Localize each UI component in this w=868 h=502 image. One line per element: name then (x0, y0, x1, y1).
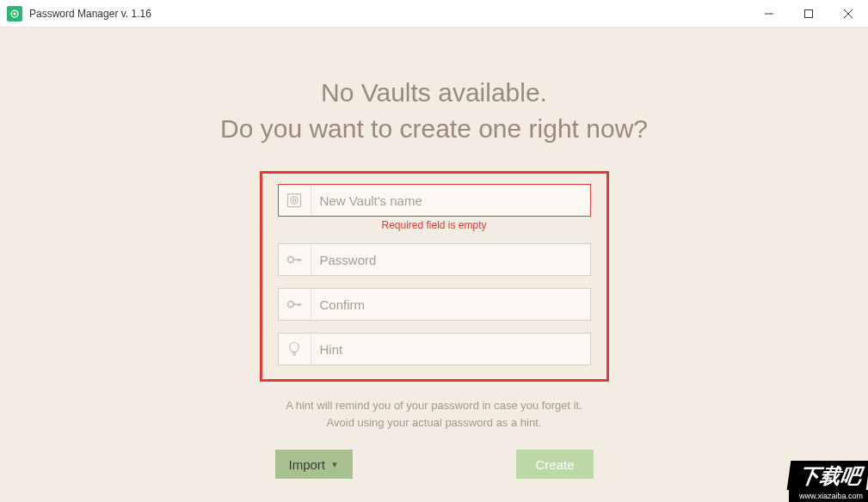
svg-rect-2 (805, 9, 813, 17)
key-icon (279, 244, 311, 275)
password-group (278, 243, 591, 276)
svg-rect-16 (292, 352, 297, 354)
window-controls (749, 0, 868, 27)
watermark-text: 下载吧 (787, 461, 868, 490)
hint-input[interactable] (311, 334, 590, 364)
button-row: Import ▼ Create (275, 450, 594, 479)
create-label: Create (535, 457, 574, 472)
hint-row (278, 333, 591, 365)
svg-rect-5 (288, 194, 301, 207)
key-icon (279, 289, 311, 320)
create-vault-form: Required field is empty (260, 171, 609, 382)
close-button[interactable] (828, 0, 868, 27)
svg-point-12 (288, 302, 294, 308)
svg-rect-17 (293, 354, 296, 356)
vault-name-input[interactable] (311, 185, 590, 216)
heading-line-2: Do you want to create one right now? (220, 111, 648, 147)
svg-point-8 (288, 257, 294, 263)
confirm-row (278, 288, 591, 321)
minimize-button[interactable] (749, 0, 789, 27)
svg-rect-10 (298, 259, 299, 261)
hint-help-line-1: A hint will remind you of your password … (286, 397, 582, 414)
hint-help-text: A hint will remind you of your password … (286, 397, 582, 431)
svg-rect-11 (300, 259, 302, 261)
main-content: No Vaults available. Do you want to crea… (0, 28, 868, 479)
vault-name-error: Required field is empty (278, 219, 591, 231)
vault-name-row (278, 184, 591, 217)
svg-rect-13 (293, 303, 300, 305)
lightbulb-icon (279, 334, 311, 364)
import-button[interactable]: Import ▼ (275, 450, 353, 479)
svg-rect-14 (298, 303, 299, 306)
watermark: 下载吧 www.xiazaiba.com (789, 461, 868, 502)
hint-group (278, 333, 591, 365)
import-label: Import (289, 457, 326, 472)
create-button[interactable]: Create (516, 450, 593, 479)
confirm-group (278, 288, 591, 321)
vault-name-group: Required field is empty (278, 184, 591, 231)
svg-point-7 (292, 199, 295, 201)
window-title: Password Manager v. 1.16 (29, 8, 749, 20)
heading-line-1: No Vaults available. (220, 75, 648, 111)
svg-rect-15 (300, 303, 302, 306)
page-heading: No Vaults available. Do you want to crea… (220, 75, 648, 147)
chevron-down-icon: ▼ (330, 460, 339, 469)
maximize-button[interactable] (789, 0, 828, 27)
watermark-url: www.xiazaiba.com (789, 490, 868, 502)
titlebar: Password Manager v. 1.16 (0, 0, 868, 28)
app-icon (7, 6, 22, 21)
password-input[interactable] (311, 244, 590, 275)
hint-help-line-2: Avoid using your actual password as a hi… (286, 414, 582, 432)
confirm-input[interactable] (311, 289, 590, 320)
password-row (278, 243, 591, 276)
vault-icon (279, 185, 311, 216)
svg-point-6 (291, 197, 298, 204)
svg-rect-9 (293, 259, 300, 260)
